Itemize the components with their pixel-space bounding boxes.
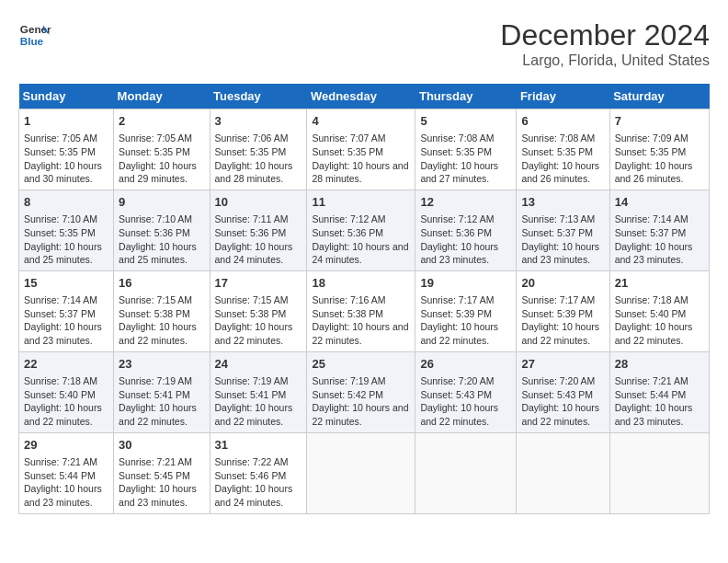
- calendar-cell: 19Sunrise: 7:17 AMSunset: 5:39 PMDayligh…: [415, 270, 517, 351]
- page-title: December 2024: [500, 18, 710, 52]
- day-number: 11: [312, 194, 410, 211]
- day-info: Sunrise: 7:19 AMSunset: 5:42 PMDaylight:…: [312, 374, 410, 429]
- week-row-3: 15Sunrise: 7:14 AMSunset: 5:37 PMDayligh…: [19, 270, 710, 351]
- calendar-cell: 14Sunrise: 7:14 AMSunset: 5:37 PMDayligh…: [609, 190, 709, 270]
- day-info: Sunrise: 7:22 AMSunset: 5:46 PMDaylight:…: [215, 455, 302, 510]
- calendar-cell: 7Sunrise: 7:09 AMSunset: 5:35 PMDaylight…: [609, 109, 709, 190]
- calendar-cell: 10Sunrise: 7:11 AMSunset: 5:36 PMDayligh…: [210, 190, 307, 270]
- day-info: Sunrise: 7:14 AMSunset: 5:37 PMDaylight:…: [24, 293, 108, 348]
- calendar-cell: 9Sunrise: 7:10 AMSunset: 5:36 PMDaylight…: [114, 190, 210, 270]
- day-number: 24: [215, 356, 302, 373]
- day-number: 14: [615, 194, 704, 211]
- header-cell-tuesday: Tuesday: [210, 84, 307, 109]
- day-info: Sunrise: 7:08 AMSunset: 5:35 PMDaylight:…: [521, 132, 604, 186]
- day-info: Sunrise: 7:14 AMSunset: 5:37 PMDaylight:…: [615, 213, 704, 267]
- day-number: 15: [24, 275, 108, 292]
- header-cell-monday: Monday: [114, 84, 210, 109]
- day-info: Sunrise: 7:12 AMSunset: 5:36 PMDaylight:…: [312, 213, 410, 267]
- day-info: Sunrise: 7:21 AMSunset: 5:44 PMDaylight:…: [615, 374, 704, 429]
- calendar-cell: 4Sunrise: 7:07 AMSunset: 5:35 PMDaylight…: [307, 109, 415, 190]
- day-info: Sunrise: 7:15 AMSunset: 5:38 PMDaylight:…: [215, 293, 302, 348]
- day-number: 31: [215, 437, 302, 454]
- calendar-cell: [517, 432, 609, 513]
- calendar-cell: 21Sunrise: 7:18 AMSunset: 5:40 PMDayligh…: [609, 270, 709, 351]
- day-number: 9: [119, 194, 204, 211]
- day-number: 6: [521, 113, 604, 130]
- calendar-cell: 3Sunrise: 7:06 AMSunset: 5:35 PMDaylight…: [210, 109, 307, 190]
- svg-text:General: General: [20, 23, 51, 35]
- week-row-1: 1Sunrise: 7:05 AMSunset: 5:35 PMDaylight…: [19, 109, 710, 190]
- day-info: Sunrise: 7:21 AMSunset: 5:45 PMDaylight:…: [119, 455, 204, 510]
- day-info: Sunrise: 7:11 AMSunset: 5:36 PMDaylight:…: [215, 213, 302, 267]
- calendar-cell: 12Sunrise: 7:12 AMSunset: 5:36 PMDayligh…: [415, 190, 517, 270]
- calendar-cell: 28Sunrise: 7:21 AMSunset: 5:44 PMDayligh…: [609, 351, 709, 432]
- calendar-cell: 25Sunrise: 7:19 AMSunset: 5:42 PMDayligh…: [307, 351, 415, 432]
- header-cell-saturday: Saturday: [609, 84, 709, 109]
- calendar-cell: 27Sunrise: 7:20 AMSunset: 5:43 PMDayligh…: [517, 351, 609, 432]
- day-info: Sunrise: 7:21 AMSunset: 5:44 PMDaylight:…: [24, 455, 108, 510]
- day-number: 3: [215, 113, 302, 130]
- logo: General Blue: [18, 18, 51, 52]
- day-number: 13: [521, 194, 604, 211]
- day-info: Sunrise: 7:18 AMSunset: 5:40 PMDaylight:…: [615, 293, 704, 348]
- calendar-cell: 18Sunrise: 7:16 AMSunset: 5:38 PMDayligh…: [307, 270, 415, 351]
- calendar-cell: [307, 432, 415, 513]
- page-subtitle: Largo, Florida, United States: [500, 52, 710, 69]
- day-number: 25: [312, 356, 410, 373]
- day-info: Sunrise: 7:12 AMSunset: 5:36 PMDaylight:…: [420, 213, 511, 267]
- day-number: 26: [420, 356, 511, 373]
- day-info: Sunrise: 7:07 AMSunset: 5:35 PMDaylight:…: [312, 132, 410, 186]
- calendar-cell: 8Sunrise: 7:10 AMSunset: 5:35 PMDaylight…: [19, 190, 114, 270]
- calendar-cell: [609, 432, 709, 513]
- day-number: 30: [119, 437, 204, 454]
- day-info: Sunrise: 7:17 AMSunset: 5:39 PMDaylight:…: [420, 293, 511, 348]
- day-info: Sunrise: 7:18 AMSunset: 5:40 PMDaylight:…: [24, 374, 108, 429]
- day-info: Sunrise: 7:15 AMSunset: 5:38 PMDaylight:…: [119, 293, 204, 348]
- calendar-cell: 6Sunrise: 7:08 AMSunset: 5:35 PMDaylight…: [517, 109, 609, 190]
- svg-text:Blue: Blue: [20, 35, 44, 47]
- day-info: Sunrise: 7:13 AMSunset: 5:37 PMDaylight:…: [521, 213, 604, 267]
- day-number: 19: [420, 275, 511, 292]
- calendar-cell: 15Sunrise: 7:14 AMSunset: 5:37 PMDayligh…: [19, 270, 114, 351]
- calendar-cell: 22Sunrise: 7:18 AMSunset: 5:40 PMDayligh…: [19, 351, 114, 432]
- day-number: 23: [119, 356, 204, 373]
- day-number: 27: [521, 356, 604, 373]
- header-cell-wednesday: Wednesday: [307, 84, 415, 109]
- header-cell-sunday: Sunday: [19, 84, 114, 109]
- day-info: Sunrise: 7:10 AMSunset: 5:35 PMDaylight:…: [24, 213, 108, 267]
- week-row-4: 22Sunrise: 7:18 AMSunset: 5:40 PMDayligh…: [19, 351, 710, 432]
- day-info: Sunrise: 7:17 AMSunset: 5:39 PMDaylight:…: [521, 293, 604, 348]
- title-block: December 2024 Largo, Florida, United Sta…: [500, 18, 710, 69]
- week-row-5: 29Sunrise: 7:21 AMSunset: 5:44 PMDayligh…: [19, 432, 710, 513]
- calendar-cell: 30Sunrise: 7:21 AMSunset: 5:45 PMDayligh…: [114, 432, 210, 513]
- calendar-cell: [415, 432, 517, 513]
- day-number: 16: [119, 275, 204, 292]
- day-info: Sunrise: 7:05 AMSunset: 5:35 PMDaylight:…: [119, 132, 204, 186]
- day-number: 21: [615, 275, 704, 292]
- day-info: Sunrise: 7:06 AMSunset: 5:35 PMDaylight:…: [215, 132, 302, 186]
- day-number: 12: [420, 194, 511, 211]
- day-number: 22: [24, 356, 108, 373]
- day-number: 8: [24, 194, 108, 211]
- calendar-cell: 24Sunrise: 7:19 AMSunset: 5:41 PMDayligh…: [210, 351, 307, 432]
- day-number: 7: [615, 113, 704, 130]
- calendar-cell: 20Sunrise: 7:17 AMSunset: 5:39 PMDayligh…: [517, 270, 609, 351]
- week-row-2: 8Sunrise: 7:10 AMSunset: 5:35 PMDaylight…: [19, 190, 710, 270]
- day-info: Sunrise: 7:16 AMSunset: 5:38 PMDaylight:…: [312, 293, 410, 348]
- day-info: Sunrise: 7:19 AMSunset: 5:41 PMDaylight:…: [215, 374, 302, 429]
- calendar-cell: 23Sunrise: 7:19 AMSunset: 5:41 PMDayligh…: [114, 351, 210, 432]
- calendar-table: SundayMondayTuesdayWednesdayThursdayFrid…: [18, 84, 710, 514]
- calendar-cell: 1Sunrise: 7:05 AMSunset: 5:35 PMDaylight…: [19, 109, 114, 190]
- header-cell-friday: Friday: [517, 84, 609, 109]
- calendar-cell: 13Sunrise: 7:13 AMSunset: 5:37 PMDayligh…: [517, 190, 609, 270]
- calendar-cell: 2Sunrise: 7:05 AMSunset: 5:35 PMDaylight…: [114, 109, 210, 190]
- day-number: 28: [615, 356, 704, 373]
- day-number: 4: [312, 113, 410, 130]
- day-number: 10: [215, 194, 302, 211]
- day-info: Sunrise: 7:20 AMSunset: 5:43 PMDaylight:…: [420, 374, 511, 429]
- header-row: SundayMondayTuesdayWednesdayThursdayFrid…: [19, 84, 710, 109]
- day-number: 18: [312, 275, 410, 292]
- day-info: Sunrise: 7:10 AMSunset: 5:36 PMDaylight:…: [119, 213, 204, 267]
- day-number: 2: [119, 113, 204, 130]
- day-info: Sunrise: 7:09 AMSunset: 5:35 PMDaylight:…: [615, 132, 704, 186]
